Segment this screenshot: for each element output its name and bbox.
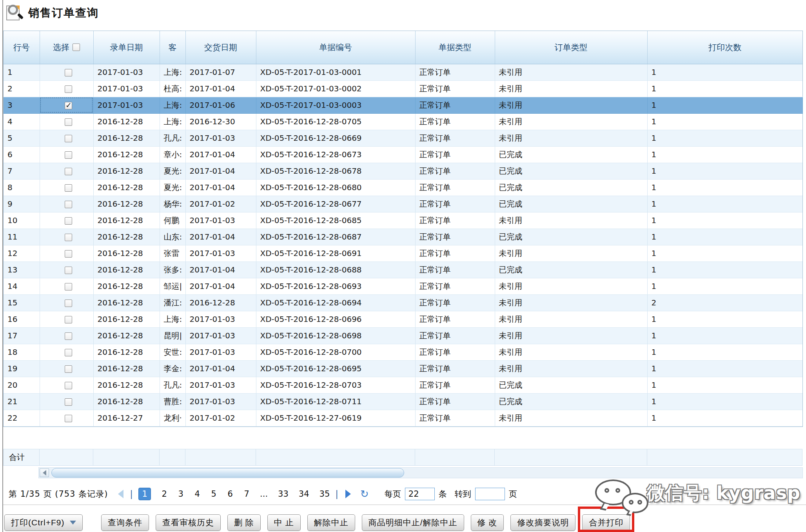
cell-doc-number: XD-05-T-2016-12-28-0691 xyxy=(256,245,415,261)
dropdown-arrow-icon xyxy=(70,521,76,525)
horizontal-scrollbar[interactable] xyxy=(38,467,803,478)
merge-print-button[interactable]: 合并打印 xyxy=(582,514,630,531)
select-all-checkbox[interactable] xyxy=(73,44,80,51)
table-row[interactable]: 22017-01-03杜高:2017-01-04XD-05-T-2017-01-… xyxy=(4,80,802,97)
col-header-customer[interactable]: 客 xyxy=(160,31,185,64)
query-conditions-button[interactable]: 查询条件 xyxy=(101,514,149,531)
col-header-print-count[interactable]: 打印次数 xyxy=(647,31,802,64)
scroll-left-icon[interactable] xyxy=(40,468,49,477)
view-audit-history-button[interactable]: 查看审核历史 xyxy=(156,514,221,531)
page-number-6[interactable]: 6 xyxy=(227,489,233,499)
row-checkbox[interactable] xyxy=(65,85,72,93)
toolbar-divider xyxy=(3,505,806,505)
cell-doc-type: 正常订单 xyxy=(415,163,495,179)
table-row[interactable]: 222016-12-27龙利·2017-01-02XD-05-T-2016-12… xyxy=(4,410,802,426)
table-row[interactable]: 152016-12-28潘江:2016-12-28XD-05-T-2016-12… xyxy=(4,294,802,311)
table-row[interactable]: 52016-12-28孔凡:2017-01-03XD-05-T-2016-12-… xyxy=(4,130,802,146)
row-checkbox[interactable] xyxy=(65,382,72,389)
goto-suffix: 页 xyxy=(509,488,517,499)
refresh-icon[interactable]: ↻ xyxy=(360,488,369,500)
col-header-order-type[interactable]: 订单类型 xyxy=(495,31,647,64)
table-row[interactable]: 102016-12-28何鹏2017-01-03XD-05-T-2016-12-… xyxy=(4,212,802,229)
row-checkbox[interactable] xyxy=(65,415,72,422)
row-checkbox[interactable] xyxy=(65,168,72,175)
row-checkbox[interactable] xyxy=(65,201,72,208)
cell-row-number: 9 xyxy=(4,196,40,212)
row-checkbox[interactable] xyxy=(65,135,72,142)
row-checkbox[interactable] xyxy=(65,102,72,109)
row-checkbox[interactable] xyxy=(65,349,72,356)
col-header-doc-number[interactable]: 单据编号 xyxy=(256,31,415,64)
row-checkbox[interactable] xyxy=(65,217,72,225)
col-header-delivery-date[interactable]: 交货日期 xyxy=(185,31,256,64)
row-checkbox[interactable] xyxy=(65,118,72,126)
row-checkbox[interactable] xyxy=(65,267,72,274)
row-checkbox[interactable] xyxy=(65,250,72,258)
page-size-input[interactable] xyxy=(405,488,435,500)
page-number-35[interactable]: 35 xyxy=(319,489,330,499)
goto-page-input[interactable] xyxy=(475,488,505,500)
cell-print-count: 2 xyxy=(647,294,802,311)
page-number-2[interactable]: 2 xyxy=(161,489,167,499)
row-checkbox[interactable] xyxy=(65,300,72,307)
delete-button[interactable]: 删 除 xyxy=(227,514,261,531)
prev-page-icon[interactable] xyxy=(118,490,123,498)
table-row[interactable]: 182016-12-28安世:2017-01-03XD-05-T-2016-12… xyxy=(4,344,802,360)
row-checkbox[interactable] xyxy=(65,283,72,291)
table-row[interactable]: 42016-12-28上海:2016-12-30XD-05-T-2016-12-… xyxy=(4,113,802,130)
table-row[interactable]: 12017-01-03上海:2017-01-07XD-05-T-2017-01-… xyxy=(4,64,802,80)
cell-order-type: 已完成 xyxy=(495,146,647,163)
page-number-7[interactable]: 7 xyxy=(243,489,250,499)
cell-doc-number: XD-05-T-2016-12-28-0688 xyxy=(256,261,415,278)
modify-button[interactable]: 修 改 xyxy=(471,514,504,531)
table-row[interactable]: 212016-12-28曹胜:2017-01-03XD-05-T-2016-12… xyxy=(4,393,802,410)
next-page-icon[interactable] xyxy=(345,490,351,498)
col-header-entry-date[interactable]: 录单日期 xyxy=(93,31,160,64)
row-checkbox[interactable] xyxy=(65,234,72,241)
page-number-33[interactable]: 33 xyxy=(278,489,289,499)
row-checkbox[interactable] xyxy=(65,316,72,323)
suspend-button[interactable]: 中 止 xyxy=(267,514,301,531)
table-row[interactable]: 82016-12-28夏光:2017-01-04XD-05-T-2016-12-… xyxy=(4,179,802,196)
table-row[interactable]: 172016-12-28昆明|2017-01-03XD-05-T-2016-12… xyxy=(4,327,802,344)
table-row[interactable]: 112016-12-28山东:2017-01-04XD-05-T-2016-12… xyxy=(4,229,802,245)
row-checkbox[interactable] xyxy=(65,151,72,159)
unsuspend-button[interactable]: 解除中止 xyxy=(307,514,355,531)
row-checkbox[interactable] xyxy=(65,398,72,406)
page-number-3[interactable]: 3 xyxy=(178,489,184,499)
page-number-1[interactable]: 1 xyxy=(138,488,151,500)
row-checkbox[interactable] xyxy=(65,69,72,76)
col-header-row-number[interactable]: 行号 xyxy=(4,31,40,64)
cell-row-number: 17 xyxy=(4,327,40,344)
row-checkbox[interactable] xyxy=(65,184,72,192)
cell-customer: 李金: xyxy=(160,360,185,377)
print-button[interactable]: 打印(Ctrl+F9) xyxy=(4,514,83,531)
page-number-34[interactable]: 34 xyxy=(299,489,309,499)
col-header-doc-type[interactable]: 单据类型 xyxy=(415,31,495,64)
page-number-5[interactable]: 5 xyxy=(211,489,217,499)
cell-print-count: 1 xyxy=(647,179,802,196)
table-row[interactable]: 192016-12-28李金:2017-01-04XD-05-T-2016-12… xyxy=(4,360,802,377)
cell-delivery-date: 2017-01-04 xyxy=(185,278,256,294)
cell-customer: 邹运| xyxy=(160,278,185,294)
table-row[interactable]: 122016-12-28张雷2017-01-03XD-05-T-2016-12-… xyxy=(4,245,802,261)
table-row[interactable]: 202016-12-28孔凡:2017-01-03XD-05-T-2016-12… xyxy=(4,377,802,393)
table-row[interactable]: 62016-12-28章小:2017-01-04XD-05-T-2016-12-… xyxy=(4,146,802,163)
row-checkbox[interactable] xyxy=(65,365,72,373)
row-checkbox[interactable] xyxy=(65,332,72,340)
table-row[interactable]: 132016-12-28张多:2017-01-04XD-05-T-2016-12… xyxy=(4,261,802,278)
table-row[interactable]: 32017-01-03上海:2017-01-06XD-05-T-2017-01-… xyxy=(4,97,802,113)
page-number-4[interactable]: 4 xyxy=(194,489,200,499)
cell-delivery-date: 2017-01-04 xyxy=(185,229,256,245)
cell-doc-number: XD-05-T-2016-12-28-0669 xyxy=(256,130,415,146)
table-row[interactable]: 162016-12-28上海:2017-01-03XD-05-T-2016-12… xyxy=(4,311,802,327)
table-row[interactable]: 142016-12-28邹运|2017-01-04XD-05-T-2016-12… xyxy=(4,278,802,294)
col-header-select[interactable]: 选择 xyxy=(40,31,93,64)
cell-select xyxy=(40,311,93,327)
scrollbar-thumb[interactable] xyxy=(51,468,404,478)
table-row[interactable]: 72016-12-28夏光:2017-01-04XD-05-T-2016-12-… xyxy=(4,163,802,179)
table-row[interactable]: 92016-12-28杨华:2017-01-02XD-05-T-2016-12-… xyxy=(4,196,802,212)
modify-summary-button[interactable]: 修改摘要说明 xyxy=(510,514,575,531)
cell-print-count: 1 xyxy=(647,278,802,294)
item-detail-suspend-button[interactable]: 商品明细中止/解除中止 xyxy=(362,514,464,531)
